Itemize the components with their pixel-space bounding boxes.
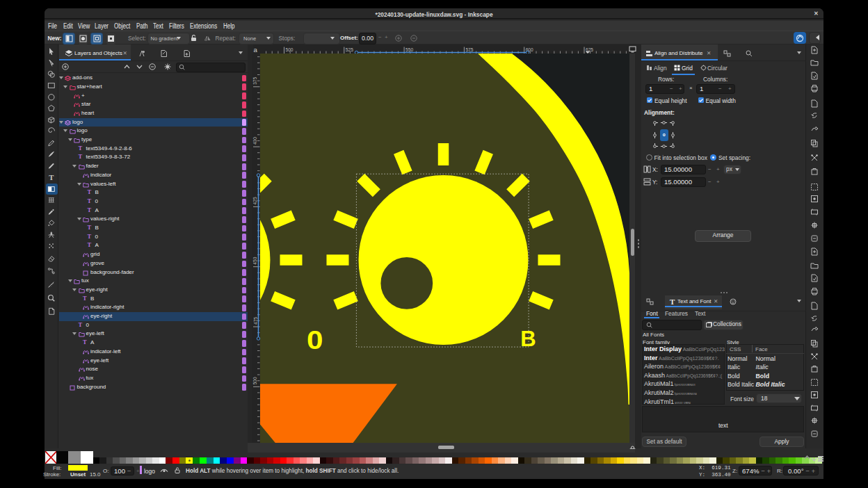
svg-text:375: 375 [252,77,259,85]
svg-text:0: 0 [307,326,323,355]
svg-text:575: 575 [465,47,473,53]
svg-text:450: 450 [252,257,259,265]
svg-text:500: 500 [285,47,293,53]
svg-text:475: 475 [252,317,259,325]
svg-text:425: 425 [252,197,259,204]
svg-text:400: 400 [252,137,259,145]
svg-text:500: 500 [252,377,259,384]
svg-text:525: 525 [345,47,353,53]
svg-text:550: 550 [405,47,413,53]
svg-text:T: T [49,173,54,181]
